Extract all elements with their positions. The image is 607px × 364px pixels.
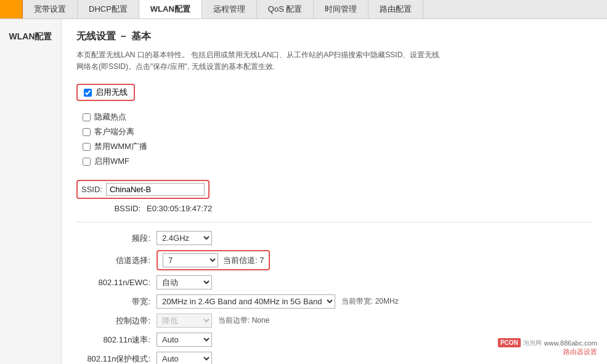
nav-brand — [0, 0, 23, 18]
hide-ap-label[interactable]: 隐藏热点 — [94, 111, 126, 123]
top-navigation: 宽带设置 DHCP配置 WLAN配置 远程管理 QoS 配置 时间管理 路由配置 — [0, 0, 607, 19]
sidebar-title: WLAN配置 — [6, 25, 55, 49]
branding-subtitle: 泡泡网 — [523, 339, 542, 347]
n-protection-select[interactable]: AutoOffOn — [157, 352, 212, 364]
n-rate-select[interactable]: Auto — [157, 333, 212, 347]
nav-route[interactable]: 路由配置 — [369, 0, 423, 18]
ssid-box: SSID: — [76, 180, 210, 199]
bssid-value: E0:30:05:19:47:72 — [147, 204, 212, 213]
n-ewc-select[interactable]: 自动启用禁用 — [157, 275, 212, 289]
disable-wmm-checkbox[interactable] — [83, 143, 91, 151]
n-ewc-row: 802.11n/EWC: 自动启用禁用 — [76, 275, 592, 289]
enable-wmf-checkbox[interactable] — [83, 158, 91, 166]
page-title: 无线设置 － 基本 — [76, 30, 592, 43]
checkbox-group: 隐藏热点 客户端分离 禁用WMM广播 启用WMF — [76, 110, 592, 169]
branding-url: www.886abc.com — [544, 339, 597, 347]
control-sideband-select[interactable]: 降低升高 — [157, 313, 212, 328]
nav-dhcp[interactable]: DHCP配置 — [78, 0, 139, 18]
band-row: 频段: 2.4GHz 5GHz — [76, 231, 592, 245]
bandwidth-row: 带宽: 20MHz in 2.4G Band and 40MHz in 5G B… — [76, 294, 592, 309]
enable-wireless-label[interactable]: 启用无线 — [96, 87, 128, 98]
nav-wlan[interactable]: WLAN配置 — [139, 0, 202, 18]
divider-1 — [76, 222, 592, 222]
control-sideband-label: 控制边带: — [76, 315, 157, 326]
hide-ap-row: 隐藏热点 — [83, 110, 592, 124]
sidebar: WLAN配置 — [0, 19, 62, 364]
control-sideband-row: 控制边带: 降低升高 当前边带: None — [76, 313, 592, 328]
bandwidth-label: 带宽: — [76, 296, 157, 307]
enable-wmf-row: 启用WMF — [83, 154, 592, 169]
enable-wireless-box: 启用无线 — [76, 84, 135, 101]
disable-wmm-label[interactable]: 禁用WMM广播 — [94, 141, 147, 152]
channel-label: 信道选择: — [76, 255, 157, 266]
disable-wmm-row: 禁用WMM广播 — [83, 139, 592, 154]
channel-select[interactable]: 自动1234567891011 — [163, 253, 218, 267]
current-channel-label: 当前信道: 7 — [223, 255, 264, 266]
bandwidth-select[interactable]: 20MHz in 2.4G Band and 40MHz in 5G Band … — [157, 294, 335, 309]
channel-row: 信道选择: 自动1234567891011 当前信道: 7 — [76, 250, 592, 270]
branding-logo: PCON — [498, 338, 521, 347]
main-layout: WLAN配置 无线设置 － 基本 本页配置无线LAN 口的基本特性。 包括启用或… — [0, 19, 607, 364]
current-bandwidth-label: 当前带宽: 20MHz — [341, 296, 399, 307]
branding-text: 路由器设置 — [498, 347, 597, 357]
client-isolation-checkbox[interactable] — [83, 128, 91, 136]
hide-ap-checkbox[interactable] — [83, 113, 91, 121]
ssid-label: SSID: — [81, 185, 102, 194]
client-isolation-label[interactable]: 客户端分离 — [94, 126, 134, 137]
current-sideband-label: 当前边带: None — [218, 315, 269, 326]
bssid-row: BSSID: E0:30:05:19:47:72 — [79, 204, 592, 213]
nav-qos[interactable]: QoS 配置 — [257, 0, 314, 18]
page-description: 本页配置无线LAN 口的基本特性。 包括启用或禁用无线LAN口、从工作站的AP扫… — [76, 49, 446, 73]
channel-box: 自动1234567891011 当前信道: 7 — [157, 250, 270, 270]
content-area: 无线设置 － 基本 本页配置无线LAN 口的基本特性。 包括启用或禁用无线LAN… — [62, 19, 607, 364]
bssid-label: BSSID: — [79, 204, 147, 213]
enable-wmf-label[interactable]: 启用WMF — [94, 156, 129, 167]
enable-wireless-checkbox[interactable] — [84, 89, 92, 97]
branding: PCON 泡泡网 www.886abc.com 路由器设置 — [498, 338, 597, 357]
n-protection-label: 802.11n保护模式: — [76, 354, 157, 364]
band-select[interactable]: 2.4GHz 5GHz — [157, 231, 212, 245]
nav-broadband[interactable]: 宽带设置 — [23, 0, 78, 18]
ssid-input[interactable] — [106, 183, 205, 196]
band-label: 频段: — [76, 233, 157, 244]
nav-remote[interactable]: 远程管理 — [202, 0, 257, 18]
n-ewc-label: 802.11n/EWC: — [76, 278, 157, 287]
client-isolation-row: 客户端分离 — [83, 124, 592, 139]
n-rate-label: 802.11n速率: — [76, 334, 157, 346]
nav-time[interactable]: 时间管理 — [314, 0, 369, 18]
